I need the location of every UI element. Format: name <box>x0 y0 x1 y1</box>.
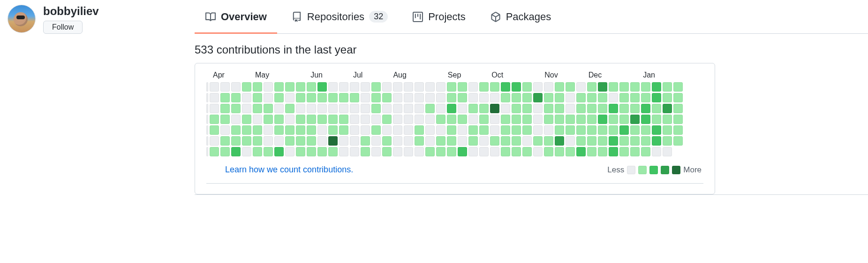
contribution-day[interactable] <box>328 115 338 124</box>
contribution-day[interactable] <box>468 104 478 113</box>
contribution-day[interactable] <box>641 115 650 124</box>
contribution-day[interactable] <box>436 104 445 113</box>
contribution-day[interactable] <box>274 104 284 113</box>
contribution-day[interactable] <box>512 136 521 146</box>
contribution-day[interactable] <box>371 82 381 92</box>
contribution-day[interactable] <box>555 93 564 102</box>
contribution-day[interactable] <box>285 147 294 156</box>
contribution-day[interactable] <box>425 136 435 146</box>
contribution-day[interactable] <box>253 136 262 146</box>
contribution-day[interactable] <box>663 125 672 135</box>
contribution-day[interactable] <box>522 93 532 102</box>
contribution-day[interactable] <box>296 104 305 113</box>
contribution-day[interactable] <box>339 125 348 135</box>
contribution-day[interactable] <box>447 93 456 102</box>
contribution-day[interactable] <box>468 136 478 146</box>
contribution-day[interactable] <box>587 115 596 124</box>
contribution-day[interactable] <box>371 136 381 146</box>
contribution-day[interactable] <box>566 136 575 146</box>
contribution-day[interactable] <box>652 147 661 156</box>
contribution-day[interactable] <box>673 104 683 113</box>
contribution-day[interactable] <box>393 82 402 92</box>
contribution-day[interactable] <box>264 115 273 124</box>
contribution-day[interactable] <box>242 82 251 92</box>
contribution-day[interactable] <box>479 125 489 135</box>
contribution-day[interactable] <box>468 82 478 92</box>
contribution-day[interactable] <box>328 136 338 146</box>
contribution-day[interactable] <box>371 147 381 156</box>
learn-contributions-link[interactable]: Learn how we count contributions. <box>225 165 353 175</box>
contribution-day[interactable] <box>307 125 316 135</box>
contribution-day[interactable] <box>501 104 510 113</box>
contribution-day[interactable] <box>587 82 596 92</box>
contribution-day[interactable] <box>555 147 564 156</box>
contribution-day[interactable] <box>630 115 640 124</box>
contribution-day[interactable] <box>598 104 607 113</box>
contribution-day[interactable] <box>210 125 219 135</box>
contribution-day[interactable] <box>425 104 435 113</box>
contribution-day[interactable] <box>285 115 294 124</box>
contribution-day[interactable] <box>231 147 241 156</box>
contribution-day[interactable] <box>566 104 575 113</box>
contribution-day[interactable] <box>317 93 327 102</box>
contribution-day[interactable] <box>436 147 445 156</box>
contribution-day[interactable] <box>253 93 262 102</box>
contribution-day[interactable] <box>361 125 370 135</box>
contribution-day[interactable] <box>619 136 629 146</box>
contribution-day[interactable] <box>339 82 348 92</box>
contribution-day[interactable] <box>350 104 359 113</box>
contribution-day[interactable] <box>663 93 672 102</box>
contribution-day[interactable] <box>382 93 392 102</box>
contribution-day[interactable] <box>663 82 672 92</box>
contribution-day[interactable] <box>220 115 230 124</box>
contribution-day[interactable] <box>425 115 435 124</box>
contribution-day[interactable] <box>307 136 316 146</box>
contribution-day[interactable] <box>609 136 618 146</box>
contribution-day[interactable] <box>317 115 327 124</box>
contribution-day[interactable] <box>458 115 467 124</box>
contribution-day[interactable] <box>630 136 640 146</box>
contribution-day[interactable] <box>285 93 294 102</box>
tab-overview[interactable]: Overview <box>195 0 277 33</box>
contribution-day[interactable] <box>652 93 661 102</box>
contribution-day[interactable] <box>242 147 251 156</box>
contribution-day[interactable] <box>598 136 607 146</box>
contribution-day[interactable] <box>382 82 392 92</box>
contribution-day[interactable] <box>533 136 543 146</box>
contribution-day[interactable] <box>242 125 251 135</box>
contribution-day[interactable] <box>350 136 359 146</box>
contribution-day[interactable] <box>533 147 543 156</box>
contribution-day[interactable] <box>328 104 338 113</box>
contribution-day[interactable] <box>555 125 564 135</box>
contribution-day[interactable] <box>641 104 650 113</box>
contribution-day[interactable] <box>673 125 683 135</box>
contribution-day[interactable] <box>598 147 607 156</box>
contribution-day[interactable] <box>296 93 305 102</box>
contribution-day[interactable] <box>587 136 596 146</box>
contribution-day[interactable] <box>242 136 251 146</box>
contribution-day[interactable] <box>501 147 510 156</box>
contribution-day[interactable] <box>274 136 284 146</box>
contribution-day[interactable] <box>479 115 489 124</box>
contribution-day[interactable] <box>533 82 543 92</box>
contribution-day[interactable] <box>307 147 316 156</box>
contribution-day[interactable] <box>393 104 402 113</box>
contribution-day[interactable] <box>242 93 251 102</box>
contribution-day[interactable] <box>566 147 575 156</box>
contribution-day[interactable] <box>307 115 316 124</box>
contribution-day[interactable] <box>468 147 478 156</box>
contribution-day[interactable] <box>253 104 262 113</box>
contribution-day[interactable] <box>274 115 284 124</box>
contribution-day[interactable] <box>220 147 230 156</box>
contribution-day[interactable] <box>522 147 532 156</box>
contribution-day[interactable] <box>468 115 478 124</box>
contribution-day[interactable] <box>404 125 413 135</box>
username[interactable]: bobbyiliev <box>43 5 99 18</box>
contribution-day[interactable] <box>630 93 640 102</box>
contribution-day[interactable] <box>339 104 348 113</box>
contribution-day[interactable] <box>458 147 467 156</box>
contribution-day[interactable] <box>576 136 586 146</box>
contribution-day[interactable] <box>317 82 327 92</box>
contribution-day[interactable] <box>253 115 262 124</box>
contribution-day[interactable] <box>328 82 338 92</box>
